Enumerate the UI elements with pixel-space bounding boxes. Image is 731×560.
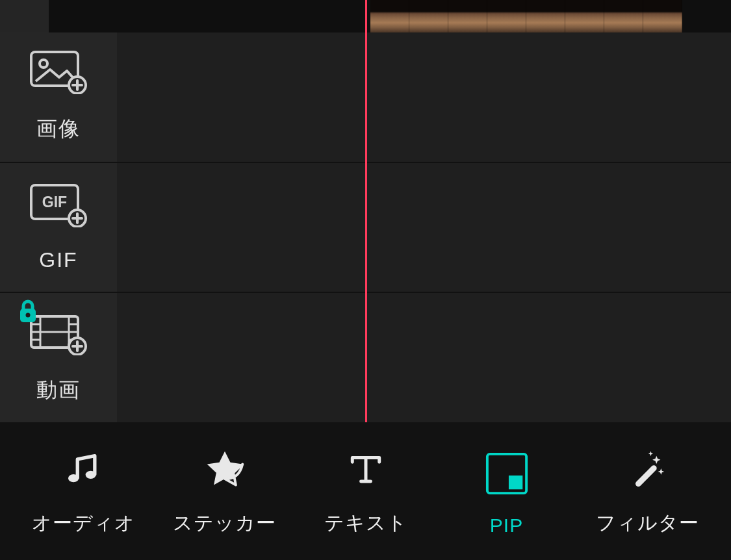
svg-rect-29 xyxy=(634,464,658,487)
sidebar-item-label: 画像 xyxy=(36,115,81,144)
clip-frame xyxy=(643,0,682,32)
ruler-empty xyxy=(682,0,731,32)
tool-text[interactable]: テキスト xyxy=(295,422,436,547)
tool-pip[interactable]: PIP xyxy=(436,422,577,547)
track-row[interactable] xyxy=(117,293,731,422)
clip-frame xyxy=(604,0,643,32)
tool-label: オーディオ xyxy=(32,510,135,537)
image-add-icon xyxy=(29,50,88,94)
music-icon xyxy=(61,446,107,492)
svg-rect-28 xyxy=(508,476,522,489)
bottom-toolbar: オーディオ ステッカー テキスト PIP xyxy=(0,422,731,560)
pip-icon xyxy=(484,451,530,496)
sidebar-item-image[interactable]: 画像 xyxy=(0,32,117,163)
clip-thumbnails[interactable] xyxy=(370,0,682,32)
tool-label: テキスト xyxy=(324,510,407,537)
ruler-empty xyxy=(49,0,370,32)
svg-point-25 xyxy=(68,474,79,482)
text-icon xyxy=(343,446,389,492)
svg-point-1 xyxy=(40,60,47,68)
tool-filter[interactable]: フィルター xyxy=(577,422,718,547)
tool-label: ステッカー xyxy=(173,510,276,537)
clip-frame xyxy=(409,0,448,32)
clip-frame xyxy=(526,0,565,32)
tool-audio[interactable]: オーディオ xyxy=(13,422,154,547)
tool-sticker[interactable]: ステッカー xyxy=(154,422,295,547)
clip-frame xyxy=(370,0,409,32)
ruler-gap xyxy=(0,0,49,32)
svg-text:GIF: GIF xyxy=(42,194,67,210)
sidebar-item-gif[interactable]: GIF GIF xyxy=(0,163,117,294)
sidebar-item-video[interactable]: 動画 xyxy=(0,293,117,422)
timeline-tracks[interactable] xyxy=(117,32,731,422)
svg-point-26 xyxy=(85,471,96,479)
playhead[interactable] xyxy=(365,0,367,422)
clip-frame xyxy=(565,0,604,32)
sidebar-item-label: GIF xyxy=(39,248,77,272)
sticker-icon xyxy=(202,446,248,492)
track-row[interactable] xyxy=(117,163,731,294)
wand-icon xyxy=(625,446,671,492)
clip-frame xyxy=(487,0,526,32)
gif-add-icon: GIF xyxy=(29,183,88,227)
lock-icon xyxy=(18,299,38,324)
clip-frame xyxy=(448,0,487,32)
pip-source-sidebar: 画像 GIF GIF xyxy=(0,32,117,422)
svg-point-24 xyxy=(26,312,31,317)
tool-label: フィルター xyxy=(596,510,699,537)
sidebar-item-label: 動画 xyxy=(36,376,81,405)
tool-label: PIP xyxy=(490,515,523,537)
track-row[interactable] xyxy=(117,32,731,163)
video-add-icon xyxy=(29,311,88,355)
